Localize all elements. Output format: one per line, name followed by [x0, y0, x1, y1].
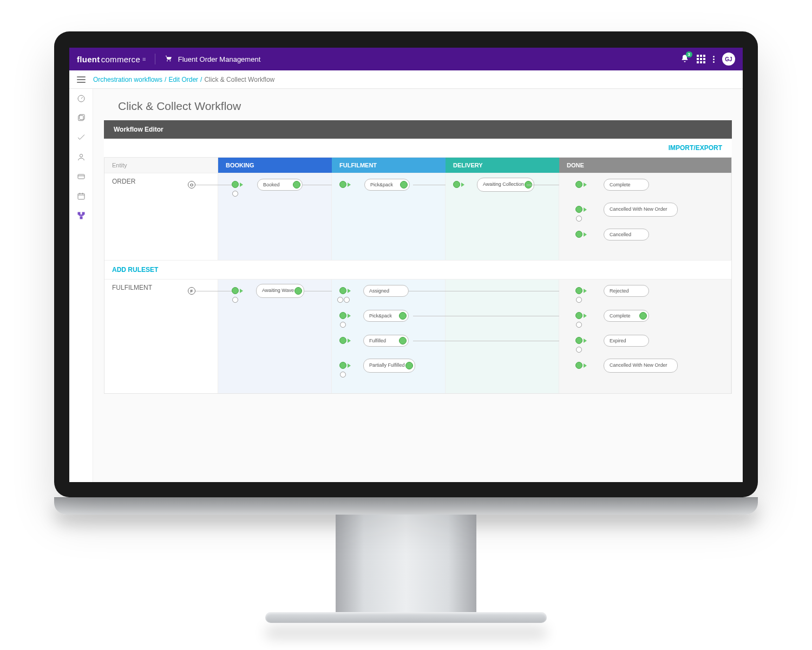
connector	[444, 291, 560, 291]
order-delivery-cell[interactable]: Awaiting Collection	[446, 173, 559, 260]
fulfilment-delivery-cell[interactable]	[446, 280, 559, 393]
more-icon[interactable]	[713, 56, 715, 63]
main-content: Click & Collect Workflow Workflow Editor…	[93, 89, 743, 482]
order-booked-node[interactable]: Booked	[257, 179, 303, 191]
svg-rect-6	[78, 193, 84, 199]
node-marker	[575, 206, 582, 213]
apps-icon[interactable]	[697, 55, 705, 63]
fulfilment-done-cell[interactable]: Rejected Complete	[559, 280, 731, 393]
workflow-icon[interactable]	[77, 211, 86, 220]
sub-marker	[344, 297, 350, 303]
app-body: Click & Collect Workflow Workflow Editor…	[69, 89, 743, 482]
topbar-divider	[155, 54, 155, 64]
node-status-icon	[399, 337, 407, 344]
fulfilment-booking-cell[interactable]: F Awaiting Wave	[218, 280, 332, 393]
fulfilment-complete-node[interactable]: Complete	[604, 310, 649, 322]
order-cancelled-neworder-node[interactable]: Cancelled With New Order	[604, 203, 678, 217]
user-icon[interactable]	[77, 153, 86, 161]
brand-logo[interactable]: fluentcommerce ≡	[77, 55, 146, 64]
order-awaiting-collection-node[interactable]: Awaiting Collection	[477, 178, 534, 192]
topbar: fluentcommerce ≡ Fluent Order Management…	[69, 48, 743, 70]
order-pickpack-node[interactable]: Pick&pack	[364, 179, 410, 191]
sub-marker	[340, 372, 346, 378]
fulfilment-assigned-node[interactable]: Assigned	[363, 285, 409, 297]
arrow-icon	[461, 183, 464, 187]
node-label: Fulfilled	[369, 338, 386, 343]
check-icon[interactable]	[77, 133, 86, 142]
sub-marker	[337, 297, 343, 303]
user-avatar[interactable]: GJ	[722, 53, 735, 66]
lane-order-label: ORDER	[104, 173, 218, 260]
fulfilment-awaiting-wave-node[interactable]: Awaiting Wave	[256, 284, 304, 298]
arrow-icon	[348, 363, 351, 368]
connector	[444, 316, 560, 316]
arrow-icon	[584, 207, 587, 212]
breadcrumb-bar: Orchestration workflows / Edit Order / C…	[69, 70, 743, 89]
arrow-icon	[240, 289, 243, 293]
top-title: Fluent Order Management	[178, 55, 260, 63]
sub-marker	[232, 191, 238, 197]
svg-rect-2	[79, 114, 84, 119]
brand-icon: ≡	[142, 56, 146, 62]
fulfilment-partially-fulfilled-node[interactable]: Partially Fulfilled	[363, 359, 415, 373]
workflow-grid: Entity BOOKING FULFILMENT DELIVERY DONE …	[104, 158, 732, 394]
node-status-icon	[399, 312, 407, 320]
connector	[444, 341, 560, 341]
node-marker	[575, 287, 582, 294]
node-status-icon	[293, 181, 300, 188]
node-label: Assigned	[369, 288, 389, 294]
dashboard-icon[interactable]	[77, 94, 86, 103]
monitor-screen: fluentcommerce ≡ Fluent Order Management…	[54, 31, 758, 497]
sub-marker	[340, 322, 346, 328]
brand-suffix: commerce	[101, 55, 140, 64]
arrow-icon	[348, 339, 351, 343]
order-complete-node[interactable]: Complete	[604, 179, 649, 191]
fulfilment-fulfilled-node[interactable]: Fulfilled	[363, 335, 409, 347]
node-label: Cancelled With New Order	[610, 207, 667, 212]
notifications-button[interactable]: 3	[680, 54, 689, 64]
add-ruleset-button[interactable]: ADD RULESET	[104, 260, 731, 279]
node-marker	[575, 181, 582, 188]
fulfilment-cancelled-neworder-node[interactable]: Cancelled With New Order	[604, 359, 678, 373]
col-done: DONE	[559, 158, 731, 173]
fulfilment-fulfilment-cell[interactable]: Assigned Pick&pack	[332, 280, 446, 393]
node-status-icon	[405, 362, 413, 369]
node-label: Cancelled	[610, 232, 631, 237]
order-cancelled-node[interactable]: Cancelled	[604, 229, 649, 240]
order-fulfilment-cell[interactable]: Pick&pack	[332, 173, 446, 260]
fulfilment-pickpack-node[interactable]: Pick&pack	[363, 310, 409, 322]
node-status-icon	[639, 312, 647, 320]
connector	[195, 291, 232, 291]
lane-order: ORDER O Booked	[104, 173, 731, 260]
breadcrumb-0[interactable]: Orchestration workflows	[93, 76, 162, 83]
order-booking-cell[interactable]: O Booked	[218, 173, 332, 260]
fulfilment-expired-node[interactable]: Expired	[604, 335, 649, 347]
fulfilment-rejected-node[interactable]: Rejected	[604, 285, 649, 297]
card-icon[interactable]	[77, 172, 86, 181]
sub-marker	[576, 297, 582, 303]
import-export-button[interactable]: IMPORT/EXPORT	[669, 144, 722, 152]
node-label: Pick&pack	[369, 313, 392, 318]
node-marker	[575, 337, 582, 344]
catalog-icon[interactable]	[77, 114, 86, 122]
breadcrumb-1[interactable]: Edit Order	[168, 76, 198, 83]
avatar-initials: GJ	[725, 56, 732, 62]
lane-fulfilment: FULFILMENT F Awaiting Wave	[104, 279, 731, 393]
menu-icon[interactable]	[77, 76, 86, 83]
breadcrumb-sep-0: /	[165, 76, 166, 83]
node-label: Awaiting Wave	[262, 288, 294, 294]
node-marker	[339, 312, 346, 319]
svg-rect-11	[82, 212, 84, 214]
order-done-cell[interactable]: Complete Cancelled With New Order	[559, 173, 731, 260]
notification-badge: 3	[686, 51, 692, 57]
cart-icon[interactable]	[164, 54, 173, 64]
node-marker	[575, 312, 582, 319]
col-delivery: DELIVERY	[446, 158, 559, 173]
svg-rect-12	[80, 217, 82, 219]
calendar-icon[interactable]	[77, 192, 86, 200]
node-label: Cancelled With New Order	[610, 363, 667, 368]
svg-point-3	[80, 154, 82, 157]
action-bar: IMPORT/EXPORT	[104, 139, 732, 158]
col-entity: Entity	[104, 158, 218, 173]
node-marker	[453, 181, 460, 188]
